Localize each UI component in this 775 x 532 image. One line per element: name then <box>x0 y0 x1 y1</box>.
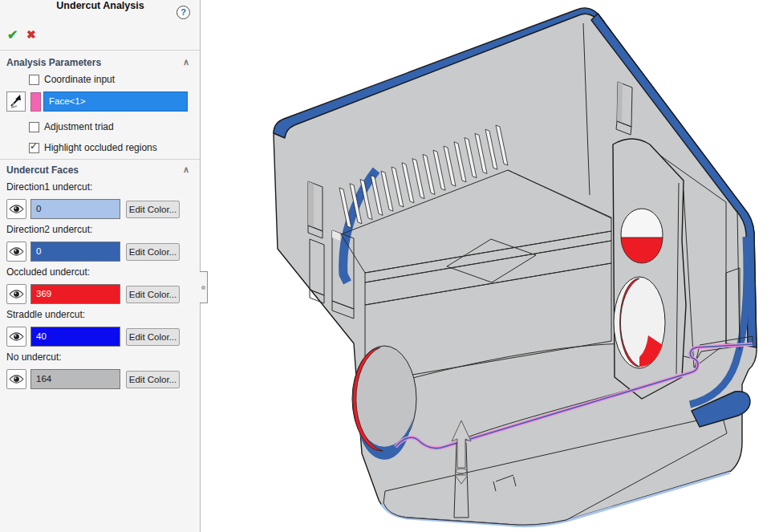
count-field[interactable]: 40 <box>30 327 120 347</box>
eye-icon <box>9 246 24 257</box>
row-label: Direction2 undercut: <box>6 224 92 235</box>
row-label: Occluded undercut: <box>6 266 90 278</box>
checkbox-highlight-occluded[interactable]: ✓ Highlight occluded regions <box>29 142 157 153</box>
eye-icon <box>9 289 24 299</box>
checkbox-box[interactable] <box>29 122 39 132</box>
checkbox-label: Adjustment triad <box>44 121 114 132</box>
selection-color-swatch <box>30 92 41 112</box>
property-panel: Undercut Analysis ? ✔ ✖ Analysis Paramet… <box>0 0 201 532</box>
solidworks-undercut-analysis: Undercut Analysis ? ✔ ✖ Analysis Paramet… <box>0 0 775 532</box>
edit-color-button[interactable]: Edit Color... <box>126 328 180 346</box>
checkbox-label: Coordinate input <box>44 74 115 85</box>
resize-grip-dot <box>201 286 205 290</box>
checkbox-coordinate-input[interactable]: Coordinate input <box>29 74 115 85</box>
direction-reference-button[interactable] <box>6 91 26 112</box>
row-label: No undercut: <box>6 351 62 363</box>
section-undercut-faces[interactable]: Undercut Faces <box>6 164 79 176</box>
collapse-icon[interactable]: ∧ <box>181 164 192 175</box>
edit-color-button[interactable]: Edit Color... <box>126 371 180 388</box>
row-label: Straddle undercut: <box>6 309 85 320</box>
row-label: Direction1 undercut: <box>6 181 92 193</box>
divider <box>0 50 200 51</box>
panel-resize-handle[interactable] <box>200 271 208 303</box>
count-field[interactable]: 0 <box>30 242 120 262</box>
count-field[interactable]: 0 <box>30 199 120 219</box>
selection-field[interactable]: Face<1> <box>43 91 188 112</box>
eye-toggle-button[interactable] <box>6 242 26 262</box>
eye-toggle-button[interactable] <box>6 284 26 304</box>
divider <box>0 159 200 160</box>
edit-color-button[interactable]: Edit Color... <box>126 286 180 303</box>
eye-toggle-button[interactable] <box>6 327 26 347</box>
eye-icon <box>9 374 24 384</box>
count-field[interactable]: 369 <box>30 284 120 304</box>
help-icon[interactable]: ? <box>177 6 190 19</box>
collapse-icon[interactable]: ∧ <box>181 57 192 67</box>
check-icon: ✓ <box>30 140 38 152</box>
count-field[interactable]: 164 <box>30 369 120 389</box>
eye-toggle-button[interactable] <box>6 369 26 389</box>
pull-direction-icon <box>7 92 25 111</box>
checkbox-label: Highlight occluded regions <box>44 142 157 153</box>
section-analysis-parameters[interactable]: Analysis Parameters <box>6 57 101 68</box>
eye-icon <box>9 331 24 342</box>
eye-icon <box>9 204 24 214</box>
eye-toggle-button[interactable] <box>6 199 26 219</box>
cancel-button[interactable]: ✖ <box>26 28 36 41</box>
checkbox-adjustment-triad[interactable]: Adjustment triad <box>29 121 114 132</box>
ok-button[interactable]: ✔ <box>7 27 18 43</box>
edit-color-button[interactable]: Edit Color... <box>126 201 180 218</box>
checkbox-box[interactable]: ✓ <box>29 143 39 153</box>
edit-color-button[interactable]: Edit Color... <box>126 243 180 261</box>
panel-title: Undercut Analysis <box>0 0 201 11</box>
checkbox-box[interactable] <box>29 75 39 85</box>
internal-rib <box>613 139 686 399</box>
